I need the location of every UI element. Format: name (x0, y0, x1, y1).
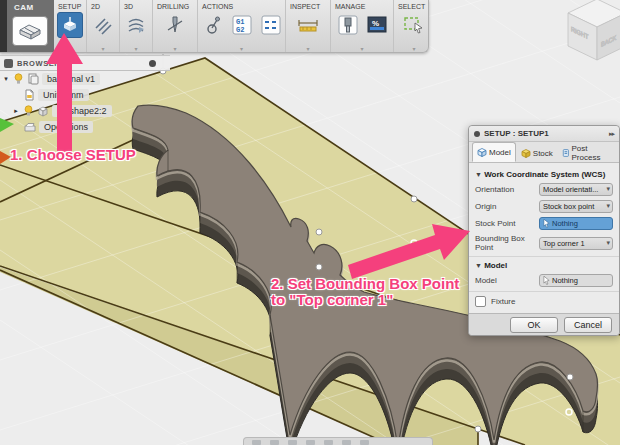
stock-point-selector[interactable]: Nothing (539, 217, 613, 230)
group-select-label: SELECT (394, 0, 434, 10)
grid-settings-icon[interactable] (360, 440, 369, 445)
group-3d-caret[interactable]: ▾ (120, 46, 152, 52)
tab-stock[interactable]: Stock (517, 144, 557, 162)
section-collapse-icon[interactable]: ▼ (475, 171, 482, 178)
machining-time-button[interactable]: % (364, 12, 390, 38)
orbit-icon[interactable] (252, 440, 261, 445)
tool-library-button[interactable] (335, 12, 361, 38)
origin-dropdown[interactable]: Stock box point ▾ (539, 200, 613, 213)
tab-stock-label: Stock (533, 149, 553, 158)
browser-item-label[interactable]: Operations (39, 121, 93, 133)
app-edge-strip (0, 0, 7, 52)
chevron-down-icon: ▾ (606, 185, 610, 193)
annotation-step2: 2. Set Bounding Box Point to "Top corner… (271, 276, 459, 308)
3d-milling-icon (126, 15, 146, 35)
group-drilling: DRILLING ▾ (153, 0, 198, 52)
visibility-bulb-icon[interactable] (23, 105, 34, 117)
look-at-icon[interactable] (324, 440, 333, 445)
model-value: Nothing (552, 276, 578, 285)
group-setup-label: SETUP (54, 0, 86, 10)
group-select: SELECT ▾ (394, 0, 434, 52)
tab-post-process[interactable]: Post Process (558, 144, 616, 162)
expand-arrow-icon[interactable]: ▾ (2, 75, 10, 83)
model-label: Model (475, 276, 539, 285)
fixture-checkbox[interactable] (475, 296, 486, 307)
browser-collapse-icon[interactable] (149, 60, 156, 67)
dialog-title-bar[interactable]: SETUP : SETUP1 ▸▸ (469, 126, 619, 142)
dialog-tabs: Model Stock Post Process (469, 142, 619, 163)
group-setup-caret[interactable]: ▾ (54, 46, 86, 52)
divider (469, 291, 619, 292)
fit-icon[interactable] (306, 440, 315, 445)
measure-button[interactable] (295, 12, 321, 38)
2d-milling-button[interactable] (90, 12, 116, 38)
simulate-icon (203, 15, 223, 35)
group-inspect-caret[interactable]: ▾ (286, 46, 330, 52)
3d-milling-button[interactable] (123, 12, 149, 38)
dashes-icon (260, 14, 282, 36)
cancel-button[interactable]: Cancel (564, 317, 612, 333)
stock-tab-icon (521, 148, 531, 158)
tab-model[interactable]: Model (472, 142, 516, 162)
ok-button[interactable]: OK (510, 317, 558, 333)
group-manage-label: MANAGE (331, 0, 393, 10)
model-row: Model Nothing (475, 274, 613, 287)
dialog-collapse-icon[interactable]: ▸▸ (609, 130, 614, 138)
annotation-step1: 1. Choose SETUP (10, 147, 136, 163)
zoom-icon[interactable] (288, 440, 297, 445)
browser-panel: BROWSER ▾ batsignal v1 Units: mm ▸ (0, 55, 170, 135)
collapsed-arrow-icon[interactable]: ▸ (12, 107, 20, 115)
group-actions-caret[interactable]: ▾ (198, 46, 285, 52)
origin-label: Origin (475, 202, 539, 211)
section-collapse-icon[interactable]: ▼ (475, 262, 482, 269)
tab-model-label: Model (489, 148, 511, 157)
orientation-row: Orientation Model orientati... ▾ (475, 183, 613, 196)
workspace-selector[interactable]: CAM (0, 0, 54, 52)
setup-sheet-button[interactable] (258, 12, 284, 38)
dialog-footer: OK Cancel (469, 313, 619, 335)
orientation-dropdown[interactable]: Model orientati... ▾ (539, 183, 613, 196)
post-process-tab-icon (562, 148, 570, 158)
model-section-header[interactable]: ▼ Model (475, 261, 613, 270)
ribbon-toolbar: CAM SETUP ▾ 2D (0, 0, 429, 53)
dialog-title: SETUP : SETUP1 (484, 129, 605, 138)
svg-text:%: % (372, 19, 379, 28)
group-drilling-caret[interactable]: ▾ (153, 46, 197, 52)
setup-icon (61, 16, 79, 34)
chevron-down-icon: ▾ (606, 239, 610, 247)
browser-item-label[interactable]: batshape2:2 (52, 105, 112, 117)
cam-workspace-icon[interactable] (12, 16, 48, 46)
select-button[interactable] (401, 12, 427, 38)
group-2d-caret[interactable]: ▾ (87, 46, 119, 52)
wcs-section-header[interactable]: ▼ Work Coordinate System (WCS) (475, 170, 613, 179)
group-manage-caret[interactable]: ▾ (331, 46, 393, 52)
display-settings-icon[interactable] (342, 440, 351, 445)
workspace-label: CAM (14, 3, 34, 12)
drilling-button[interactable] (162, 12, 188, 38)
new-setup-button[interactable] (57, 12, 83, 38)
browser-header[interactable]: BROWSER (0, 55, 170, 71)
group-drilling-label: DRILLING (153, 0, 197, 10)
group-3d-label: 3D (120, 0, 152, 10)
visibility-bulb-icon[interactable] (13, 73, 24, 85)
browser-item-component[interactable]: ▸ batshape2:2 (0, 103, 170, 119)
browser-item-units[interactable]: Units: mm (0, 87, 170, 103)
orientation-value: Model orientati... (543, 185, 598, 194)
post-process-button[interactable]: G1 G2 (229, 12, 255, 38)
group-setup: SETUP ▾ (54, 0, 87, 52)
browser-item-label[interactable]: batsignal v1 (42, 73, 100, 85)
browser-item-label[interactable]: Units: mm (38, 89, 89, 101)
model-selector[interactable]: Nothing (539, 274, 613, 287)
browser-item-root[interactable]: ▾ batsignal v1 (0, 71, 170, 87)
dialog-grip-icon (474, 131, 480, 137)
document-icon (27, 73, 39, 85)
group-select-caret[interactable]: ▾ (394, 46, 434, 52)
setup-dialog: SETUP : SETUP1 ▸▸ Model Stock Pos (468, 125, 620, 336)
browser-item-operations[interactable]: Operations (0, 119, 170, 135)
bounding-box-point-dropdown[interactable]: Top corner 1 ▾ (539, 237, 613, 250)
navigation-bar[interactable] (243, 437, 433, 445)
cursor-icon (543, 219, 550, 228)
svg-text:G1: G1 (236, 18, 244, 26)
pan-icon[interactable] (270, 440, 279, 445)
simulate-button[interactable] (200, 12, 226, 38)
